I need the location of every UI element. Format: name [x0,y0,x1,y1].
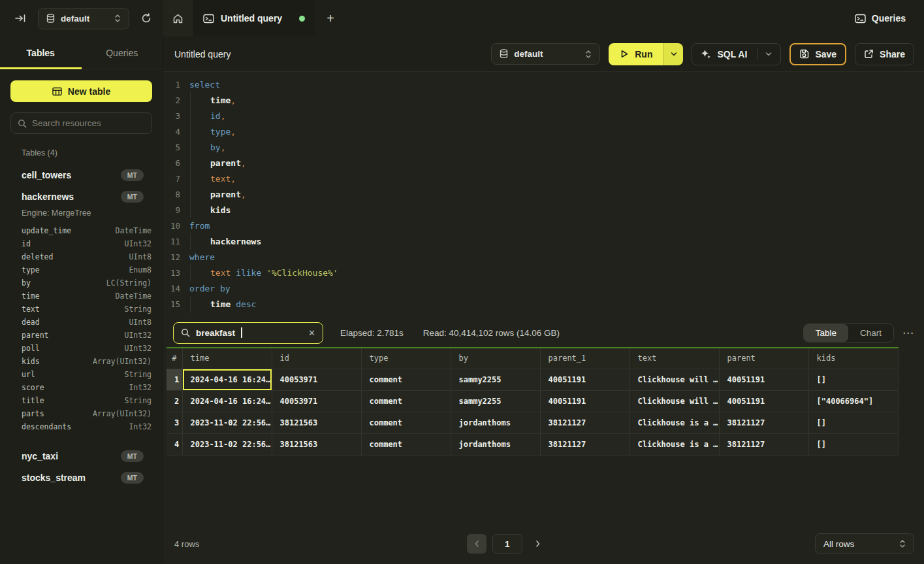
column-item[interactable]: partsArray(UInt32) [22,407,151,420]
table-cell[interactable]: [] [808,369,898,390]
column-header[interactable]: parent [719,348,808,369]
table-cell[interactable]: sammy2255 [451,369,540,390]
new-table-button[interactable]: New table [10,80,152,102]
column-item[interactable]: pollUInt32 [22,342,151,355]
column-item[interactable]: deadUInt8 [22,316,151,329]
sql-editor[interactable]: 1select2time,3id,4type,5by,6parent,7text… [163,72,924,318]
column-item[interactable]: deletedUInt8 [22,250,151,263]
run-options-button[interactable] [663,43,683,65]
table-cell[interactable]: Clickhouse will … [629,369,719,390]
column-item[interactable]: kidsArray(UInt32) [22,355,151,368]
tab-untitled-query[interactable]: Untitled query [193,0,315,37]
column-header[interactable]: kids [808,348,898,369]
table-cell[interactable]: 40053971 [272,369,361,390]
table-cell[interactable]: 38121127 [719,412,808,433]
code-line[interactable]: 4type, [163,124,924,139]
column-item[interactable]: textString [22,303,151,316]
table-cell[interactable]: jordanthoms [451,433,540,455]
table-cell[interactable]: 2024-04-16 16:24… [182,369,272,390]
table-cell[interactable]: 38121563 [272,412,361,433]
table-row[interactable]: 12024-04-16 16:24…40053971commentsammy22… [167,369,898,390]
column-item[interactable]: descendantsInt32 [22,420,151,433]
code-line[interactable]: 2time, [163,92,924,108]
table-cell[interactable]: Clickhouse is a … [629,412,719,433]
queries-nav-button[interactable]: Queries [855,13,906,24]
code-line[interactable]: 1select [163,76,924,92]
table-cell[interactable]: comment [361,369,451,390]
table-cell[interactable]: 2023-11-02 22:56… [182,412,272,433]
topbar-database-select[interactable]: default [38,8,129,29]
page-size-select[interactable]: All rows [815,533,914,554]
column-item[interactable]: parentUInt32 [22,329,151,342]
clear-search-button[interactable]: ✕ [308,328,315,338]
sidebar-collapse-button[interactable] [12,10,29,26]
code-line[interactable]: 12where [163,249,924,265]
table-cell[interactable]: comment [361,433,451,455]
table-cell[interactable]: 38121563 [272,433,361,455]
table-row[interactable]: 42023-11-02 22:56…38121563commentjordant… [167,433,898,455]
column-header[interactable]: type [361,348,451,369]
home-button[interactable] [163,0,193,37]
code-line[interactable]: 7text, [163,171,924,186]
table-cell[interactable]: jordanthoms [451,412,540,433]
column-item[interactable]: byLC(String) [22,276,151,290]
column-item[interactable]: update_timeDateTime [22,224,151,237]
new-tab-button[interactable]: + [315,0,345,37]
table-cell[interactable]: 38121127 [540,433,629,455]
table-cell[interactable]: ["40066964"] [808,390,898,412]
table-cell[interactable]: Clickhouse will … [629,390,719,412]
table-cell[interactable]: sammy2255 [451,390,540,412]
table-cell[interactable]: comment [361,390,451,412]
table-item-nyc-taxi[interactable]: nyc_taxi MT [0,445,163,467]
view-toggle-chart[interactable]: Chart [848,324,893,342]
view-toggle-table[interactable]: Table [804,324,848,342]
code-line[interactable]: 3id, [163,108,924,124]
sidebar-tab-queries[interactable]: Queries [82,37,163,69]
search-resources-input[interactable] [32,118,145,128]
more-options-button[interactable]: ⋯ [902,326,914,340]
column-item[interactable]: timeDateTime [22,290,151,303]
column-item[interactable]: typeEnum8 [22,263,151,276]
table-cell[interactable]: 40051191 [719,390,808,412]
save-button[interactable]: Save [789,43,846,65]
table-cell[interactable]: 40051191 [719,369,808,390]
table-item-hackernews[interactable]: hackernews MT [0,186,163,207]
column-item[interactable]: titleString [22,394,151,407]
code-line[interactable]: 14order by [163,280,924,296]
table-cell[interactable]: comment [361,412,451,433]
table-cell[interactable]: [] [808,412,898,433]
sidebar-tab-tables[interactable]: Tables [0,37,82,69]
code-line[interactable]: 15time desc [163,296,924,312]
table-cell[interactable]: [] [808,433,898,455]
column-header[interactable]: by [451,348,540,369]
table-row[interactable]: 32023-11-02 22:56…38121563commentjordant… [167,412,898,433]
previous-page-button[interactable] [467,534,486,554]
table-cell[interactable]: 2023-11-02 22:56… [182,433,272,455]
table-item-cell-towers[interactable]: cell_towers MT [0,164,163,186]
table-cell[interactable]: 40053971 [272,390,361,412]
table-item-stocks-stream[interactable]: stocks_stream MT [0,467,163,488]
column-header[interactable]: time [182,348,272,369]
column-header[interactable]: id [272,348,361,369]
share-button[interactable]: Share [855,43,914,65]
column-item[interactable]: idUInt32 [22,237,151,250]
table-cell[interactable]: 2024-04-16 16:24… [182,390,272,412]
results-search-box[interactable]: breakfast ✕ [173,322,323,344]
query-database-select[interactable]: default [491,43,600,65]
column-item[interactable]: scoreInt32 [22,381,151,394]
code-line[interactable]: 6parent, [163,155,924,171]
column-header[interactable]: # [167,348,182,369]
table-cell[interactable]: 40051191 [540,390,629,412]
code-line[interactable]: 9kids [163,202,924,218]
column-header[interactable]: parent_1 [540,348,629,369]
code-line[interactable]: 13text ilike '%ClickHouse%' [163,265,924,280]
table-cell[interactable]: Clickhouse is a … [629,433,719,455]
run-button[interactable]: Run [609,43,663,65]
code-line[interactable]: 11hackernews [163,233,924,249]
next-page-button[interactable] [528,534,548,554]
code-line[interactable]: 8parent, [163,186,924,202]
table-row[interactable]: 22024-04-16 16:24…40053971commentsammy22… [167,390,898,412]
code-line[interactable]: 10from [163,218,924,233]
table-cell[interactable]: 38121127 [719,433,808,455]
table-cell[interactable]: 38121127 [540,412,629,433]
